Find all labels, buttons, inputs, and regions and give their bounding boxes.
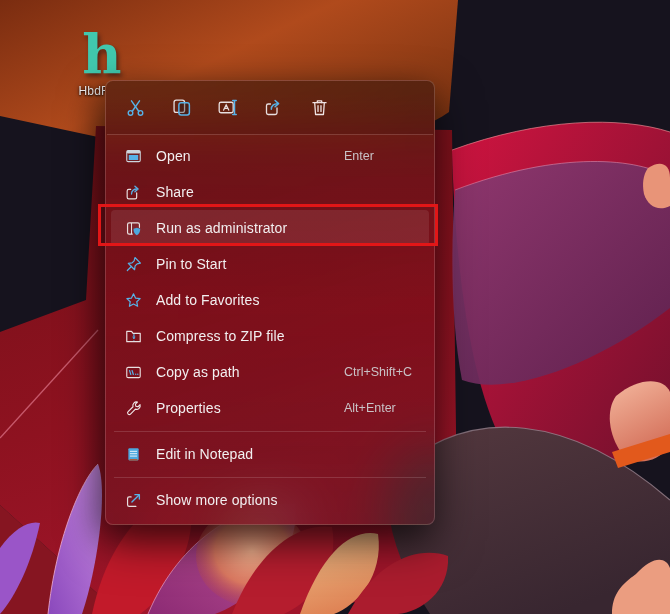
menu-item-label: Pin to Start (156, 256, 226, 272)
context-menu: Open Enter Share Run as admini (105, 80, 435, 525)
menu-item-compress-to-zip[interactable]: Compress to ZIP file (111, 318, 429, 354)
menu-item-properties[interactable]: Properties Alt+Enter (111, 390, 429, 426)
share-icon (124, 183, 143, 202)
rename-icon (217, 97, 238, 118)
menu-item-show-more-options[interactable]: Show more options (111, 482, 429, 518)
zip-folder-icon (124, 327, 143, 346)
menu-item-label: Compress to ZIP file (156, 328, 285, 344)
menu-item-label: Properties (156, 400, 221, 416)
menu-item-label: Add to Favorites (156, 292, 260, 308)
menu-item-shortcut: Alt+Enter (344, 401, 396, 415)
menu-items: Open Enter Share Run as admini (106, 135, 434, 524)
menu-item-pin-to-start[interactable]: Pin to Start (111, 246, 429, 282)
menu-item-shortcut: Enter (344, 149, 374, 163)
delete-button[interactable] (308, 97, 330, 119)
trash-icon (309, 97, 330, 118)
copy-icon (171, 97, 192, 118)
notepad-icon (124, 445, 143, 464)
admin-shield-icon (124, 219, 143, 238)
menu-separator (114, 431, 426, 432)
cut-button[interactable] (124, 97, 146, 119)
menu-item-label: Show more options (156, 492, 278, 508)
menu-item-edit-in-notepad[interactable]: Edit in Notepad (111, 436, 429, 472)
menu-item-run-as-administrator[interactable]: Run as administrator (111, 210, 429, 246)
menu-item-label: Edit in Notepad (156, 446, 253, 462)
menu-item-label: Open (156, 148, 191, 164)
menu-item-add-to-favorites[interactable]: Add to Favorites (111, 282, 429, 318)
share-icon (263, 97, 284, 118)
quick-actions-bar (106, 81, 434, 134)
share-button[interactable] (262, 97, 284, 119)
menu-item-shortcut: Ctrl+Shift+C (344, 365, 412, 379)
menu-item-label: Run as administrator (156, 220, 287, 236)
open-icon (124, 147, 143, 166)
app-logo-h-icon: h (66, 28, 138, 80)
rename-button[interactable] (216, 97, 238, 119)
copy-button[interactable] (170, 97, 192, 119)
star-icon (124, 291, 143, 310)
pin-icon (124, 255, 143, 274)
show-more-icon (124, 491, 143, 510)
wrench-icon (124, 399, 143, 418)
menu-item-label: Copy as path (156, 364, 240, 380)
path-icon (124, 363, 143, 382)
menu-item-open[interactable]: Open Enter (111, 138, 429, 174)
menu-item-label: Share (156, 184, 194, 200)
menu-item-copy-as-path[interactable]: Copy as path Ctrl+Shift+C (111, 354, 429, 390)
menu-separator (114, 477, 426, 478)
menu-item-share[interactable]: Share (111, 174, 429, 210)
scissors-icon (125, 97, 146, 118)
